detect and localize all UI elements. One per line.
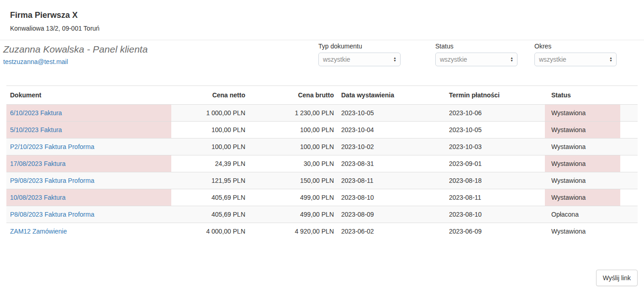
issue-date-cell: 2023-08-31 [338, 155, 445, 172]
gross-price-cell: 100,00 PLN [249, 122, 338, 139]
document-cell: P8/08/2023 Faktura Proforma [6, 206, 171, 223]
filter-period-label: Okres [534, 43, 618, 50]
client-panel-page: Firma Pierwsza X Konwaliowa 13/2, 09-001… [0, 0, 644, 293]
table-body: 6/10/2023 Faktura 1 000,00 PLN 1 230,00 … [6, 105, 638, 240]
document-link[interactable]: ZAM12 Zamówienie [10, 228, 67, 235]
company-header: Firma Pierwsza X Konwaliowa 13/2, 09-001… [10, 10, 100, 32]
table-row: 10/08/2023 Faktura 405,69 PLN 499,00 PLN… [6, 189, 638, 206]
net-price-cell: 405,69 PLN [171, 206, 249, 223]
table-row: P8/08/2023 Faktura Proforma 405,69 PLN 4… [6, 206, 638, 223]
gross-price-cell: 499,00 PLN [249, 206, 338, 223]
due-date-cell: 2023-09-01 [445, 155, 545, 172]
document-cell: 10/08/2023 Faktura [6, 189, 171, 206]
document-cell: 17/08/2023 Faktura [6, 155, 171, 172]
issue-date-cell: 2023-06-02 [338, 223, 445, 240]
document-cell: 5/10/2023 Faktura [6, 122, 171, 139]
issue-date-cell: 2023-10-04 [338, 122, 445, 139]
status-select[interactable]: wszystkie [435, 53, 517, 66]
page-title: Zuzanna Kowalska - Panel klienta [3, 43, 148, 55]
spacer-cell [620, 223, 638, 240]
table-row: 6/10/2023 Faktura 1 000,00 PLN 1 230,00 … [6, 105, 638, 122]
due-date-cell: 2023-10-06 [445, 105, 545, 122]
gross-price-cell: 499,00 PLN [249, 189, 338, 206]
table-header-row: Dokument Cena netto Cena brutto Data wys… [6, 86, 638, 105]
company-name: Firma Pierwsza X [10, 10, 100, 20]
net-price-cell: 24,39 PLN [171, 155, 249, 172]
gross-price-cell: 4 920,00 PLN [249, 223, 338, 240]
filter-document-type-label: Typ dokumentu [318, 43, 401, 50]
company-address: Konwaliowa 13/2, 09-001 Toruń [10, 25, 100, 32]
issue-date-cell: 2023-08-11 [338, 172, 445, 189]
due-date-cell: 2023-08-11 [445, 189, 545, 206]
gross-price-cell: 1 230,00 PLN [249, 105, 338, 122]
status-cell: Wystawiona [545, 223, 620, 240]
net-price-cell: 1 000,00 PLN [171, 105, 249, 122]
status-cell: Wystawiona [545, 139, 620, 155]
due-date-cell: 2023-08-10 [445, 206, 545, 223]
document-link[interactable]: 10/08/2023 Faktura [10, 194, 65, 201]
status-cell: Wystawiona [545, 189, 620, 206]
column-header-status: Status [545, 86, 620, 105]
document-link[interactable]: 6/10/2023 Faktura [10, 109, 62, 117]
spacer-cell [620, 155, 638, 172]
status-cell: Wystawiona [545, 105, 620, 122]
filter-status-label: Status [435, 43, 518, 50]
due-date-cell: 2023-08-18 [445, 172, 545, 189]
column-header-cena-netto: Cena netto [171, 86, 249, 105]
status-cell: Opłacona [545, 206, 620, 223]
net-price-cell: 405,69 PLN [171, 189, 249, 206]
net-price-cell: 100,00 PLN [171, 122, 249, 139]
spacer-cell [620, 172, 638, 189]
document-cell: P2/10/2023 Faktura Proforma [6, 139, 171, 155]
column-header-termin-platnosci: Termin płatności [445, 86, 545, 105]
column-header-data-wystawienia: Data wystawienia [338, 86, 445, 105]
net-price-cell: 121,95 PLN [171, 172, 249, 189]
spacer-cell [620, 105, 638, 122]
document-link[interactable]: P9/08/2023 Faktura Proforma [10, 177, 94, 184]
document-link[interactable]: P8/08/2023 Faktura Proforma [10, 211, 94, 218]
header-divider [0, 40, 644, 40]
due-date-cell: 2023-06-09 [445, 223, 545, 240]
table-row: P2/10/2023 Faktura Proforma 100,00 PLN 1… [6, 139, 638, 155]
document-link[interactable]: P2/10/2023 Faktura Proforma [10, 143, 94, 150]
table-row: 17/08/2023 Faktura 24,39 PLN 30,00 PLN 2… [6, 155, 638, 172]
issue-date-cell: 2023-10-05 [338, 105, 445, 122]
gross-price-cell: 150,00 PLN [249, 172, 338, 189]
due-date-cell: 2023-10-05 [445, 122, 545, 139]
issue-date-cell: 2023-08-09 [338, 206, 445, 223]
documents-table: Dokument Cena netto Cena brutto Data wys… [6, 85, 638, 240]
status-cell: Wystawiona [545, 122, 620, 139]
issue-date-cell: 2023-10-02 [338, 139, 445, 155]
table-row: P9/08/2023 Faktura Proforma 121,95 PLN 1… [6, 172, 638, 189]
filter-period: Okres wszystkie ▲▼ [534, 43, 618, 66]
gross-price-cell: 100,00 PLN [249, 139, 338, 155]
send-link-button[interactable]: Wyślij link [596, 270, 638, 286]
document-cell: 6/10/2023 Faktura [6, 105, 171, 122]
column-header-dokument: Dokument [6, 86, 171, 105]
gross-price-cell: 30,00 PLN [249, 155, 338, 172]
spacer-cell [620, 189, 638, 206]
table-row: 5/10/2023 Faktura 100,00 PLN 100,00 PLN … [6, 122, 638, 139]
status-cell: Wystawiona [545, 172, 620, 189]
table-row: ZAM12 Zamówienie 4 000,00 PLN 4 920,00 P… [6, 223, 638, 240]
document-link[interactable]: 17/08/2023 Faktura [10, 160, 65, 167]
spacer-cell [620, 139, 638, 155]
issue-date-cell: 2023-08-10 [338, 189, 445, 206]
status-cell: Wystawiona [545, 155, 620, 172]
filter-status: Status wszystkie ▲▼ [435, 43, 518, 66]
spacer-cell [620, 206, 638, 223]
filter-document-type: Typ dokumentu wszystkie ▲▼ [318, 43, 401, 66]
document-cell: P9/08/2023 Faktura Proforma [6, 172, 171, 189]
document-type-select[interactable]: wszystkie [318, 53, 401, 66]
period-select[interactable]: wszystkie [534, 53, 617, 66]
document-link[interactable]: 5/10/2023 Faktura [10, 126, 62, 133]
column-header-cena-brutto: Cena brutto [249, 86, 338, 105]
due-date-cell: 2023-10-03 [445, 139, 545, 155]
spacer-cell [620, 122, 638, 139]
document-cell: ZAM12 Zamówienie [6, 223, 171, 240]
client-email-link[interactable]: testzuzanna@test.mail [3, 58, 68, 65]
column-header-spacer [620, 86, 638, 105]
net-price-cell: 4 000,00 PLN [171, 223, 249, 240]
net-price-cell: 100,00 PLN [171, 139, 249, 155]
